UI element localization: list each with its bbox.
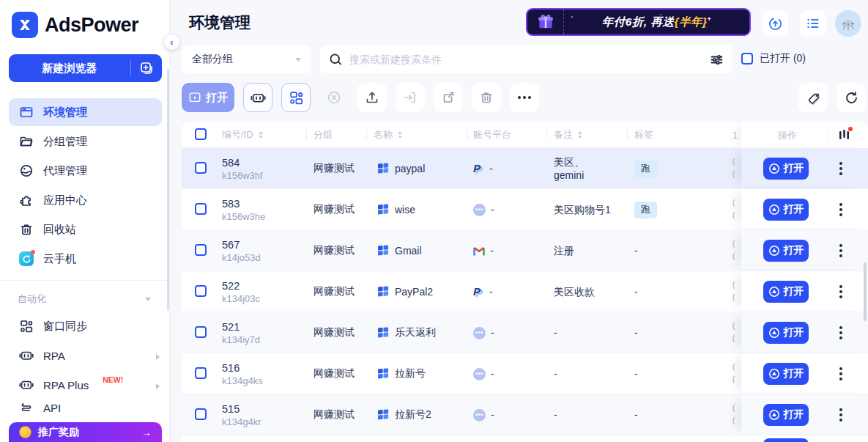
- sidebar-item-environments[interactable]: 环境管理: [9, 98, 162, 126]
- proxy-globe-icon: [19, 163, 34, 178]
- actions-cell: 打开: [741, 394, 868, 435]
- windows-icon: [378, 368, 389, 380]
- search-input[interactable]: [349, 54, 703, 65]
- env-name: 拉新号2: [395, 408, 431, 421]
- kebab-menu-icon[interactable]: [839, 331, 842, 334]
- sidebar-item-groups[interactable]: 分组管理: [9, 128, 162, 155]
- kebab-menu-icon[interactable]: [839, 290, 842, 293]
- tag-cell: -: [634, 394, 638, 435]
- task-list-button[interactable]: [800, 10, 826, 37]
- notification-dot: [31, 250, 35, 254]
- import-button[interactable]: [396, 83, 425, 112]
- ellipsis-icon: [523, 96, 526, 99]
- row-checkbox[interactable]: [195, 203, 207, 215]
- sidebar-item-api[interactable]: API: [9, 402, 162, 414]
- col-header-name[interactable]: 名称: [374, 122, 402, 148]
- row-checkbox[interactable]: [195, 285, 207, 297]
- row-checkbox[interactable]: [195, 367, 207, 379]
- row-checkbox[interactable]: [195, 326, 207, 338]
- kebab-menu-icon[interactable]: [839, 372, 842, 375]
- export-button[interactable]: [357, 83, 387, 112]
- sidebar-item-rpa-plus[interactable]: RPA Plus NEW!: [9, 371, 162, 399]
- delete-button[interactable]: [472, 83, 501, 112]
- close-all-button[interactable]: [319, 83, 349, 112]
- table-scrollbar-thumb[interactable]: [864, 262, 867, 321]
- kebab-menu-icon[interactable]: [839, 413, 842, 416]
- tag-badge: -: [634, 409, 638, 421]
- group-filter-select[interactable]: 全部分组: [182, 45, 311, 73]
- col-header-remark[interactable]: 备注: [554, 122, 582, 148]
- opened-checkbox[interactable]: [741, 53, 753, 65]
- open-button[interactable]: 打开: [763, 404, 809, 426]
- sort-icon[interactable]: [398, 131, 402, 139]
- sidebar-item-window-sync[interactable]: 窗口同步: [9, 312, 162, 340]
- chevron-down-icon[interactable]: [145, 298, 151, 301]
- env-id: k134j03c: [222, 293, 260, 304]
- platform-cell: PP ••• -: [473, 353, 494, 394]
- open-button[interactable]: 打开: [763, 158, 809, 180]
- sort-icon[interactable]: [259, 131, 263, 139]
- alert-dot: [848, 127, 853, 131]
- window-sync-icon: [19, 319, 34, 334]
- advanced-filter-icon[interactable]: [710, 53, 724, 67]
- sort-icon[interactable]: [578, 131, 582, 139]
- sync-circle-icon: [768, 16, 783, 32]
- clipped-column-fragment: ( (: [732, 402, 741, 427]
- generic-platform-icon: •••: [473, 204, 486, 216]
- refresh-button[interactable]: [837, 83, 866, 112]
- open-button[interactable]: [763, 438, 809, 442]
- col-header-id[interactable]: 编号/ID: [222, 122, 263, 148]
- tag-badge: -: [634, 286, 638, 298]
- window-sync-button[interactable]: [281, 83, 311, 112]
- folder-icon: [19, 134, 34, 149]
- sidebar-item-recycle-bin[interactable]: 回收站: [9, 216, 162, 243]
- open-button[interactable]: 打开: [763, 322, 809, 344]
- coin-icon: [19, 426, 31, 438]
- open-selected-button[interactable]: 打开: [182, 83, 234, 112]
- opened-filter[interactable]: 已打开 (0): [741, 52, 806, 65]
- open-button[interactable]: 打开: [763, 281, 809, 303]
- sidebar-item-rpa[interactable]: RPA: [9, 342, 162, 369]
- table-row[interactable]: 516 k134g4ks 网赚测试 拉新号 PP ••• - - - ( ( 打…: [182, 353, 868, 394]
- col-header-group: 分组: [314, 122, 333, 148]
- share-button[interactable]: [434, 83, 463, 112]
- sync-refresh-button[interactable]: [762, 10, 788, 37]
- table-row[interactable]: 515 k134g4kr 网赚测试 拉新号2 PP ••• - - - ( ( …: [182, 394, 868, 435]
- sidebar-item-proxies[interactable]: 代理管理: [9, 157, 162, 185]
- new-plus-icon[interactable]: [131, 61, 162, 75]
- clipped-column-fragment: ( (: [732, 237, 741, 262]
- kebab-menu-icon[interactable]: [839, 208, 842, 211]
- table-row[interactable]: 567 k14jo53d 网赚测试 Gmail PP ••• - 注册 - ( …: [182, 230, 868, 271]
- kebab-menu-icon[interactable]: [839, 167, 842, 170]
- sidebar-scrollbar-thumb[interactable]: [167, 69, 169, 311]
- collapse-sidebar-button[interactable]: ‹: [164, 34, 179, 50]
- row-checkbox[interactable]: [195, 162, 207, 174]
- new-browser-button[interactable]: 新建浏览器: [9, 54, 162, 82]
- rpa-task-button[interactable]: [243, 83, 272, 112]
- referral-rewards-banner[interactable]: 推广奖励 →: [9, 422, 162, 442]
- table-row[interactable]: 584 k156w3hf 网赚测试 paypal PP ••• - 美区、 ge…: [182, 148, 868, 189]
- open-button[interactable]: 打开: [763, 240, 809, 262]
- platform-cell: PP ••• -: [473, 189, 494, 230]
- open-button[interactable]: 打开: [763, 199, 809, 221]
- table-row[interactable]: 521 k134iy7d 网赚测试 乐天返利 PP ••• - - - ( ( …: [182, 312, 868, 353]
- table-row-partial: [182, 435, 868, 442]
- promo-banner[interactable]: 年付6折, 再送{半年}+: [526, 8, 751, 36]
- row-checkbox[interactable]: [195, 408, 207, 420]
- user-avatar[interactable]: [835, 10, 861, 37]
- group-cell: 网赚测试: [314, 312, 355, 353]
- sidebar-item-cloud-phone[interactable]: 云手机: [9, 245, 162, 273]
- kebab-menu-icon[interactable]: [839, 249, 842, 252]
- table-row[interactable]: 583 k156w3he 网赚测试 wise PP ••• - 美区购物号1 跑…: [182, 189, 868, 230]
- search-box: [320, 45, 732, 73]
- more-actions-button[interactable]: [510, 83, 539, 112]
- list-icon: [806, 16, 820, 31]
- open-button[interactable]: 打开: [763, 363, 809, 385]
- trash-icon: [19, 222, 34, 237]
- sidebar-item-apps[interactable]: 应用中心: [9, 186, 162, 214]
- tags-button[interactable]: [798, 83, 828, 112]
- select-all-checkbox[interactable]: [195, 128, 207, 140]
- table-row[interactable]: 522 k134j03c 网赚测试 PayPal2 PP ••• - 美区收款 …: [182, 271, 868, 312]
- env-name: Gmail: [395, 245, 422, 257]
- row-checkbox[interactable]: [195, 244, 207, 256]
